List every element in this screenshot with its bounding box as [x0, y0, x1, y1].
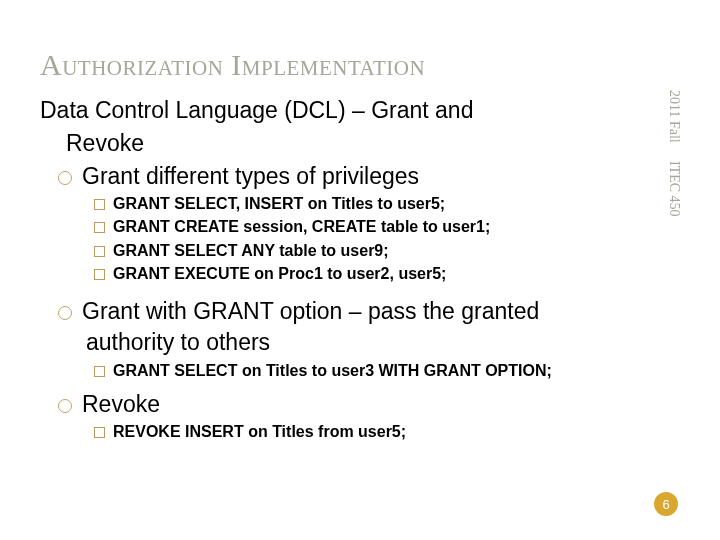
- sub-item: GRANT SELECT ANY table to user9;: [94, 239, 645, 262]
- sub-item-text: GRANT CREATE session, CREATE table to us…: [113, 218, 490, 235]
- sub-item-text: REVOKE INSERT on Titles from user5;: [113, 423, 406, 440]
- bullet-text: Grant with GRANT option – pass the grant…: [82, 298, 539, 324]
- bullet-text: Grant different types of privileges: [82, 163, 419, 189]
- sub-item-text: GRANT SELECT ANY table to user9;: [113, 242, 389, 259]
- sub-item: GRANT SELECT on Titles to user3 WITH GRA…: [94, 359, 645, 382]
- sub-item-text: GRANT SELECT, INSERT on Titles to user5;: [113, 195, 445, 212]
- slide-body: Data Control Language (DCL) – Grant and …: [40, 96, 645, 444]
- page-number: 6: [662, 497, 669, 512]
- square-bullet-icon: [94, 427, 105, 438]
- circle-bullet-icon: [58, 171, 72, 185]
- bullet-grant-privileges: Grant different types of privileges: [58, 162, 645, 191]
- square-bullet-icon: [94, 199, 105, 210]
- paragraph-line: Revoke: [66, 129, 645, 158]
- sub-item-text: GRANT SELECT on Titles to user3 WITH GRA…: [113, 362, 552, 379]
- bullet-text: authority to others: [86, 329, 270, 355]
- circle-bullet-icon: [58, 399, 72, 413]
- sub-item: GRANT CREATE session, CREATE table to us…: [94, 215, 645, 238]
- bullet-grant-option-cont: authority to others: [86, 328, 645, 357]
- square-bullet-icon: [94, 222, 105, 233]
- square-bullet-icon: [94, 366, 105, 377]
- side-label-term: 2011 Fall: [666, 90, 682, 143]
- side-labels: 2011 Fall ITEC 450: [666, 90, 690, 450]
- square-bullet-icon: [94, 246, 105, 257]
- sub-item: REVOKE INSERT on Titles from user5;: [94, 420, 645, 443]
- slide-title: Authorization Implementation: [40, 48, 660, 82]
- page-number-badge: 6: [654, 492, 678, 516]
- bullet-text: Revoke: [82, 391, 160, 417]
- bullet-grant-option: Grant with GRANT option – pass the grant…: [58, 297, 645, 326]
- sub-item-text: GRANT EXECUTE on Proc1 to user2, user5;: [113, 265, 446, 282]
- sub-item: GRANT EXECUTE on Proc1 to user2, user5;: [94, 262, 645, 285]
- bullet-revoke: Revoke: [58, 390, 645, 419]
- slide: Authorization Implementation 2011 Fall I…: [0, 0, 720, 540]
- sub-item: GRANT SELECT, INSERT on Titles to user5;: [94, 192, 645, 215]
- circle-bullet-icon: [58, 306, 72, 320]
- paragraph-line: Data Control Language (DCL) – Grant and: [40, 96, 645, 125]
- square-bullet-icon: [94, 269, 105, 280]
- side-label-course: ITEC 450: [666, 161, 682, 217]
